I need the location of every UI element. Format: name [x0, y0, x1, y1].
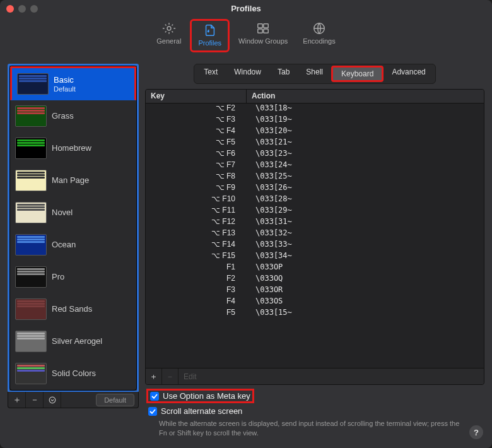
- cell-key: F4: [146, 297, 247, 308]
- table-row[interactable]: ⌥ F15\033[34~: [146, 251, 484, 262]
- cell-action: \033[24~: [247, 160, 484, 172]
- svg-rect-2: [258, 24, 262, 28]
- table-row[interactable]: F2\033OQ: [146, 274, 484, 285]
- sidebar-item-man-page[interactable]: Man Page: [10, 165, 136, 197]
- tab-tab[interactable]: Tab: [269, 66, 298, 82]
- cell-action: \033[21~: [247, 138, 484, 149]
- profile-thumb: [15, 202, 47, 223]
- profile-thumb: [15, 298, 47, 320]
- table-row[interactable]: ⌥ F14\033[33~: [146, 240, 484, 251]
- toptab-label: General: [156, 37, 181, 45]
- cell-action: \033[34~: [247, 251, 484, 262]
- cell-action: \033[31~: [247, 217, 484, 228]
- cell-key: F5: [146, 308, 247, 319]
- close-icon[interactable]: [6, 5, 14, 13]
- toptab-encodings[interactable]: Encodings: [296, 19, 341, 52]
- sidebar-item-label: BasicDefault: [54, 75, 76, 93]
- table-row[interactable]: ⌥ F5\033[21~: [146, 138, 484, 149]
- add-keymap-button[interactable]: ＋: [146, 368, 162, 384]
- svg-rect-4: [258, 29, 262, 33]
- scroll-alternate-label: Scroll alternate screen: [161, 406, 242, 416]
- cell-key: ⌥ F4: [146, 126, 247, 138]
- toptab-window-groups[interactable]: Window Groups: [232, 19, 294, 52]
- col-header-key[interactable]: Key: [146, 90, 247, 103]
- toptab-general[interactable]: General: [150, 19, 187, 52]
- table-row[interactable]: ⌥ F12\033[31~: [146, 217, 484, 228]
- cell-key: ⌥ F8: [146, 172, 247, 183]
- cell-key: ⌥ F5: [146, 138, 247, 149]
- check-icon: [150, 392, 159, 401]
- table-row[interactable]: ⌥ F10\033[28~: [146, 194, 484, 206]
- tab-window[interactable]: Window: [226, 66, 269, 82]
- option-as-meta-checkbox[interactable]: Use Option as Meta key: [146, 389, 254, 403]
- toptab-profiles[interactable]: Profiles: [190, 19, 230, 52]
- sidebar-item-label: Ocean: [52, 240, 76, 250]
- cell-action: \033[19~: [247, 115, 484, 126]
- sidebar-item-red-sands[interactable]: Red Sands: [10, 293, 136, 326]
- minimize-icon[interactable]: [18, 5, 26, 13]
- toptab-label: Encodings: [303, 37, 335, 45]
- scroll-alternate-hint: While the alternate screen is displayed,…: [146, 419, 483, 438]
- cell-action: \033[25~: [247, 172, 484, 183]
- sidebar-item-novel[interactable]: Novel: [10, 197, 136, 229]
- cell-action: \033[23~: [247, 149, 484, 160]
- help-button[interactable]: ?: [469, 425, 483, 439]
- cell-key: F3: [146, 285, 247, 297]
- cell-key: ⌥ F3: [146, 115, 247, 126]
- cell-action: \033OR: [247, 285, 484, 297]
- profile-thumb: [15, 170, 47, 191]
- sidebar-item-grass[interactable]: Grass: [10, 100, 136, 133]
- profile-thumb: [15, 234, 47, 256]
- cell-key: ⌥ F13: [146, 228, 247, 240]
- option-as-meta-label: Use Option as Meta key: [163, 391, 250, 401]
- svg-point-7: [49, 397, 56, 403]
- cell-key: F1: [146, 262, 247, 274]
- table-row[interactable]: ⌥ F6\033[23~: [146, 149, 484, 160]
- table-row[interactable]: ⌥ F2\033[18~: [146, 103, 484, 115]
- table-row[interactable]: ⌥ F11\033[29~: [146, 206, 484, 217]
- tab-keyboard[interactable]: Keyboard: [331, 66, 384, 82]
- table-row[interactable]: ⌥ F8\033[25~: [146, 172, 484, 183]
- svg-rect-3: [264, 24, 268, 28]
- table-row[interactable]: ⌥ F4\033[20~: [146, 126, 484, 138]
- remove-keymap-button: －: [162, 368, 179, 384]
- tab-text[interactable]: Text: [196, 66, 226, 82]
- sidebar-item-ocean[interactable]: Ocean: [10, 229, 136, 261]
- profile-thumb: [17, 73, 49, 95]
- sidebar-item-silver-aerogel[interactable]: Silver Aerogel: [10, 326, 136, 358]
- profile-thumb: [15, 331, 47, 352]
- sidebar-item-pro[interactable]: Pro: [10, 261, 136, 293]
- sidebar-item-label: Red Sands: [52, 304, 92, 314]
- cell-key: ⌥ F14: [146, 240, 247, 251]
- col-header-action[interactable]: Action: [247, 90, 280, 103]
- cell-action: \033[33~: [247, 240, 484, 251]
- tab-shell[interactable]: Shell: [298, 66, 331, 82]
- profile-actions-menu[interactable]: [44, 392, 61, 408]
- table-row[interactable]: ⌥ F7\033[24~: [146, 160, 484, 172]
- profile-thumb: [15, 105, 47, 127]
- table-row[interactable]: F4\033OS: [146, 297, 484, 308]
- sidebar-item-label: Novel: [52, 208, 73, 218]
- table-row[interactable]: ⌥ F3\033[19~: [146, 115, 484, 126]
- table-row[interactable]: ⌥ F9\033[26~: [146, 183, 484, 194]
- edit-keymap-button: Edit: [179, 372, 202, 381]
- scroll-alternate-checkbox[interactable]: Scroll alternate screen: [146, 406, 483, 416]
- tab-advanced[interactable]: Advanced: [384, 66, 433, 82]
- add-profile-button[interactable]: ＋: [8, 392, 26, 408]
- table-row[interactable]: F1\033OP: [146, 262, 484, 274]
- toptab-label: Window Groups: [238, 37, 288, 45]
- remove-profile-button[interactable]: －: [26, 392, 44, 408]
- cell-action: \033[18~: [247, 103, 484, 115]
- check-icon: [148, 407, 157, 416]
- default-profile-button[interactable]: Default: [96, 394, 134, 406]
- table-row[interactable]: ⌥ F13\033[32~: [146, 228, 484, 240]
- cell-action: \033[20~: [247, 126, 484, 138]
- sidebar-item-homebrew[interactable]: Homebrew: [10, 133, 136, 165]
- cell-key: ⌥ F11: [146, 206, 247, 217]
- table-row[interactable]: F5\033[15~: [146, 308, 484, 319]
- table-row[interactable]: F3\033OR: [146, 285, 484, 297]
- profile-thumb: [15, 266, 47, 288]
- maximize-icon[interactable]: [30, 5, 38, 13]
- sidebar-item-basic[interactable]: BasicDefault: [10, 66, 136, 100]
- sidebar-item-solid-colors[interactable]: Solid Colors: [10, 358, 136, 390]
